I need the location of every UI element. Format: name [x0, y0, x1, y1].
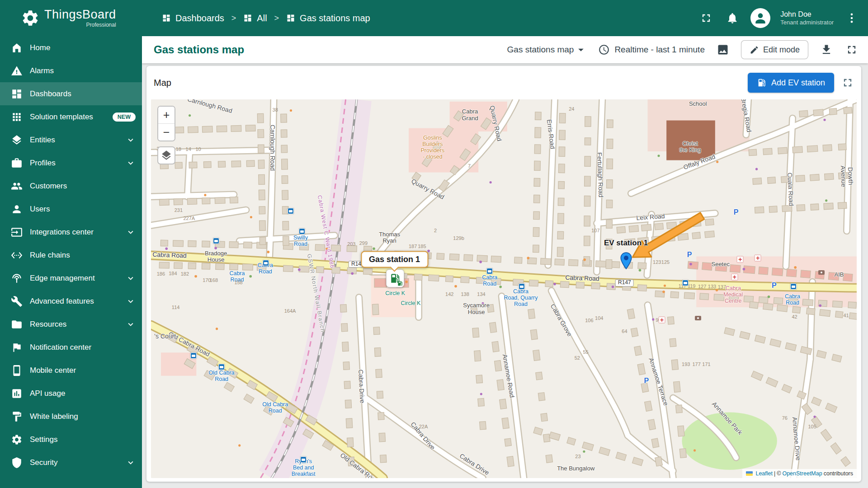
breadcrumb-item-dashboards[interactable]: Dashboards: [162, 13, 224, 23]
dashboard-content: Map Add EV station: [142, 63, 868, 488]
image-export-button[interactable]: [716, 42, 730, 57]
add-ev-station-button[interactable]: Add EV station: [748, 73, 834, 93]
gas-station-tooltip-text: Gas station 1: [369, 255, 420, 264]
gas-station-marker[interactable]: [386, 269, 404, 287]
entities-icon: [11, 134, 23, 146]
sidebar-item-label: Advanced features: [30, 297, 94, 306]
sidebar-item-label: Rule chains: [30, 251, 70, 260]
layers-control-button[interactable]: [157, 146, 175, 164]
leaflet-link[interactable]: Leaflet: [755, 470, 773, 477]
zoom-control: + −: [157, 106, 175, 141]
sidebar-item-label: Customers: [30, 182, 67, 191]
header-actions: John Doe Tenant administrator: [698, 8, 868, 28]
logo-subtitle: Professional: [44, 22, 116, 28]
sidebar-item-edge-management[interactable]: Edge management: [0, 267, 142, 290]
sidebar-item-label: Alarms: [30, 66, 54, 75]
resources-icon: [11, 319, 23, 330]
widget-fullscreen-button[interactable]: [841, 76, 854, 89]
sidebar-item-settings[interactable]: Settings: [0, 428, 142, 451]
sidebar-item-label: Resources: [30, 320, 66, 329]
user-icon: [11, 203, 23, 215]
sidebar-item-home[interactable]: Home: [0, 36, 142, 59]
fuel-pump-small-icon: [397, 280, 403, 286]
logo[interactable]: ThingsBoard Professional: [0, 9, 142, 28]
user-name: John Doe: [780, 10, 834, 19]
warning-icon: [11, 65, 23, 77]
breadcrumb-item-gas-stations-map[interactable]: Gas stations map: [286, 13, 370, 23]
breadcrumb-item-all[interactable]: All: [243, 13, 267, 23]
top-header: ThingsBoard Professional Dashboards>All>…: [0, 0, 868, 36]
osm-link[interactable]: OpenStreetMap: [782, 470, 822, 477]
sidebar-item-mobile-center[interactable]: Mobile center: [0, 359, 142, 382]
map[interactable]: Gas station 1 EV station 1: [151, 99, 857, 478]
attribution-divider: |: [774, 470, 775, 477]
notifications-bell-button[interactable]: [724, 10, 741, 26]
timewindow-button[interactable]: Realtime - last 1 minute: [598, 44, 705, 56]
zoom-in-button[interactable]: +: [158, 107, 175, 123]
sidebar-item-label: Entities: [30, 136, 55, 145]
sidebar-item-label: Home: [30, 43, 50, 52]
map-base-layer: [151, 99, 857, 478]
breadcrumb-label: Dashboards: [175, 13, 224, 23]
avatar[interactable]: [750, 8, 770, 28]
sidebar-item-users[interactable]: Users: [0, 197, 142, 221]
edit-mode-button[interactable]: Edit mode: [741, 40, 808, 59]
map-attribution: Leaflet | © OpenStreetMap contributors: [742, 469, 857, 478]
map-pin-icon: [620, 252, 632, 269]
new-badge: NEW: [113, 113, 136, 122]
pencil-icon: [750, 45, 759, 55]
dashboard-select[interactable]: Gas stations map: [507, 43, 588, 56]
chevron-down-icon: [575, 43, 587, 56]
breadcrumb: Dashboards>All>Gas stations map: [162, 13, 370, 23]
sidebar-item-white-labeling[interactable]: White labeling: [0, 405, 142, 428]
ev-station-marker[interactable]: [620, 252, 632, 269]
ukraine-flag-icon: [746, 471, 753, 476]
sidebar-item-advanced-features[interactable]: Advanced features: [0, 290, 142, 313]
sidebar-item-label: Settings: [30, 435, 57, 444]
apps-icon: [11, 111, 23, 123]
thingsboard-logo-icon: [21, 9, 40, 28]
dashboard-select-value: Gas stations map: [507, 45, 574, 55]
logo-text: ThingsBoard Professional: [44, 9, 116, 28]
sidebar-item-api-usage[interactable]: API usage: [0, 382, 142, 405]
api-icon: [11, 388, 23, 399]
settings-icon: [11, 434, 23, 446]
sidebar-item-dashboards[interactable]: Dashboards: [0, 82, 142, 105]
notification-icon: [11, 342, 23, 353]
thingsboard-app: ThingsBoard Professional Dashboards>All>…: [0, 0, 868, 488]
sidebar-item-alarms[interactable]: Alarms: [0, 59, 142, 82]
sidebar-item-security[interactable]: Security: [0, 451, 142, 474]
chevron-down-icon: [126, 273, 136, 283]
toolbar-fullscreen-button[interactable]: [844, 42, 859, 57]
user-info[interactable]: John Doe Tenant administrator: [780, 10, 834, 26]
dashboards-icon: [11, 88, 23, 100]
sidebar-item-rule-chains[interactable]: Rule chains: [0, 244, 142, 267]
breadcrumb-separator: >: [274, 14, 279, 23]
sidebar-item-label: Solution templates: [30, 113, 93, 122]
kebab-menu-button[interactable]: [844, 10, 860, 26]
sidebar-item-notification-center[interactable]: Notification center: [0, 336, 142, 359]
toolbar-actions: Gas stations map Realtime - last 1 minut…: [507, 40, 868, 59]
dashboards-icon: [243, 14, 252, 23]
customers-icon: [11, 180, 23, 192]
sidebar-item-profiles[interactable]: Profiles: [0, 151, 142, 174]
rule-icon: [11, 249, 23, 261]
zoom-out-button[interactable]: −: [158, 124, 175, 141]
person-icon: [753, 11, 768, 25]
sidebar-item-label: API usage: [30, 389, 65, 398]
sidebar-item-label: Profiles: [30, 159, 56, 168]
page-title: Gas stations map: [142, 43, 244, 56]
download-button[interactable]: [819, 42, 834, 57]
chevron-down-icon: [126, 458, 136, 468]
sidebar-item-customers[interactable]: Customers: [0, 174, 142, 197]
breadcrumb-label: Gas stations map: [300, 13, 370, 23]
widget-title: Map: [154, 78, 171, 88]
widget-actions: Add EV station: [748, 73, 854, 93]
sidebar-item-integrations-center[interactable]: Integrations center: [0, 221, 142, 244]
sidebar-item-solution-templates[interactable]: Solution templatesNEW: [0, 105, 142, 128]
fullscreen-button[interactable]: [698, 10, 714, 26]
attribution-contributors: contributors: [824, 470, 853, 477]
sidebar-item-label: Edge management: [30, 274, 95, 283]
sidebar-item-resources[interactable]: Resources: [0, 313, 142, 336]
sidebar-item-entities[interactable]: Entities: [0, 128, 142, 151]
